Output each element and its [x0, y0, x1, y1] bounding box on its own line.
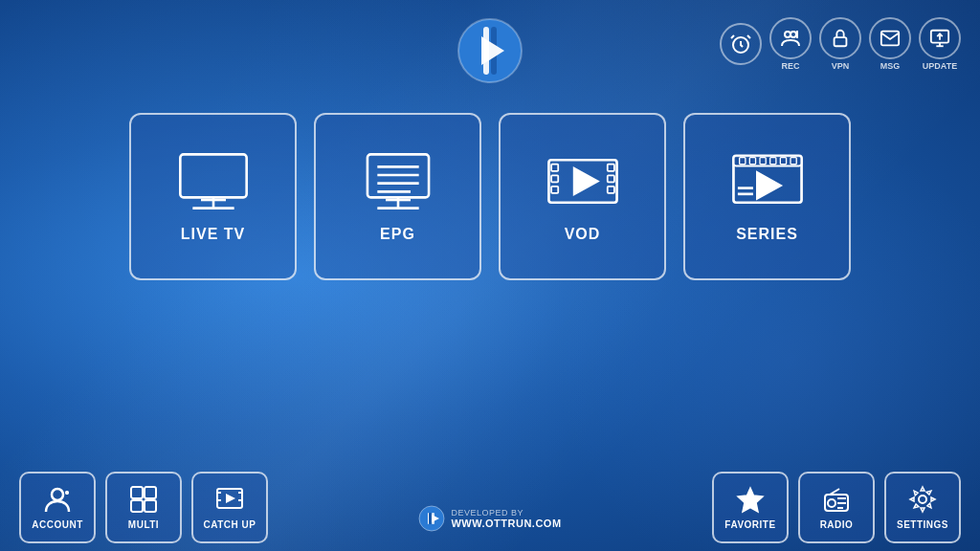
svg-marker-56 [226, 494, 235, 503]
vod-label: VOD [565, 226, 601, 243]
rec-label: REC [781, 61, 799, 71]
favorite-button[interactable]: FAVORITE [712, 472, 789, 543]
svg-rect-28 [551, 187, 558, 193]
rec-button[interactable]: REC [769, 17, 812, 71]
vod-card[interactable]: VOD [499, 113, 666, 280]
developer-url: WWW.OTTRUN.COM [451, 518, 561, 529]
svg-rect-60 [432, 513, 434, 524]
vpn-button[interactable]: VPN [819, 17, 861, 71]
top-icons-bar: REC VPN [720, 17, 961, 71]
multi-button[interactable]: MULTI [105, 472, 182, 543]
svg-rect-30 [607, 175, 613, 182]
developed-by-prefix: DEVELOPED BY [451, 508, 561, 518]
bottom-right-buttons: FAVORITE RADIO [712, 472, 961, 543]
svg-rect-50 [145, 500, 156, 512]
catch-up-icon [215, 485, 244, 514]
settings-button[interactable]: SETTINGS [884, 472, 961, 543]
app-logo [457, 17, 523, 84]
svg-point-44 [52, 489, 63, 500]
msg-label: MSG [880, 61, 901, 71]
svg-rect-48 [145, 487, 156, 498]
series-icon [729, 150, 806, 212]
svg-marker-32 [574, 168, 597, 194]
favorite-label: FAVORITE [724, 519, 775, 530]
account-icon [43, 485, 72, 514]
main-container: REC VPN [0, 0, 980, 551]
bottom-bar: ACCOUNT MULTI [0, 472, 980, 551]
header: REC VPN [0, 0, 980, 84]
account-button[interactable]: ACCOUNT [19, 472, 96, 543]
radio-icon [822, 485, 851, 514]
svg-rect-49 [131, 500, 143, 512]
svg-rect-31 [607, 187, 613, 193]
epg-icon [360, 150, 436, 212]
vod-icon [545, 150, 621, 212]
bottom-left-buttons: ACCOUNT MULTI [19, 472, 268, 543]
update-icon [919, 17, 961, 59]
vpn-icon [819, 17, 861, 59]
svg-rect-37 [760, 158, 766, 165]
settings-label: SETTINGS [897, 519, 948, 530]
series-label: SERIES [736, 226, 798, 243]
svg-rect-35 [739, 158, 745, 165]
radio-button[interactable]: RADIO [798, 472, 875, 543]
catch-up-label: CATCH UP [204, 519, 256, 530]
main-nav-grid: LIVE TV EPG [129, 113, 851, 280]
live-tv-icon [175, 150, 252, 212]
epg-label: EPG [380, 226, 415, 243]
update-button[interactable]: UPDATE [919, 17, 961, 71]
svg-rect-13 [180, 154, 246, 197]
svg-rect-8 [835, 37, 847, 46]
epg-card[interactable]: EPG [314, 113, 481, 280]
svg-rect-27 [551, 175, 558, 182]
favorite-icon [736, 485, 765, 514]
svg-marker-41 [757, 173, 780, 199]
msg-button[interactable]: MSG [869, 17, 911, 71]
series-card[interactable]: SERIES [683, 113, 851, 280]
catch-up-button[interactable]: CATCH UP [191, 472, 268, 543]
alarm-icon [720, 23, 762, 65]
multi-icon [129, 485, 158, 514]
svg-rect-59 [429, 513, 432, 524]
alarm-button[interactable] [720, 23, 762, 65]
vpn-label: VPN [832, 61, 850, 71]
svg-point-63 [828, 499, 835, 507]
live-tv-label: LIVE TV [181, 226, 245, 243]
radio-label: RADIO [820, 519, 854, 530]
svg-point-68 [919, 496, 926, 503]
multi-label: MULTI [128, 519, 159, 530]
account-label: ACCOUNT [32, 519, 83, 530]
svg-marker-61 [738, 488, 763, 512]
svg-rect-40 [791, 158, 796, 165]
svg-point-6 [791, 32, 796, 37]
msg-icon [869, 17, 911, 59]
svg-rect-47 [131, 487, 143, 498]
svg-rect-29 [607, 165, 613, 171]
rec-icon [769, 17, 812, 59]
live-tv-card[interactable]: LIVE TV [129, 113, 297, 280]
svg-rect-38 [769, 158, 775, 165]
svg-rect-36 [749, 158, 755, 165]
developer-credit: DEVELOPED BY WWW.OTTRUN.COM [418, 505, 561, 543]
svg-rect-26 [551, 165, 558, 171]
update-label: UPDATE [923, 61, 957, 71]
settings-icon [908, 485, 937, 514]
svg-rect-39 [780, 158, 786, 165]
